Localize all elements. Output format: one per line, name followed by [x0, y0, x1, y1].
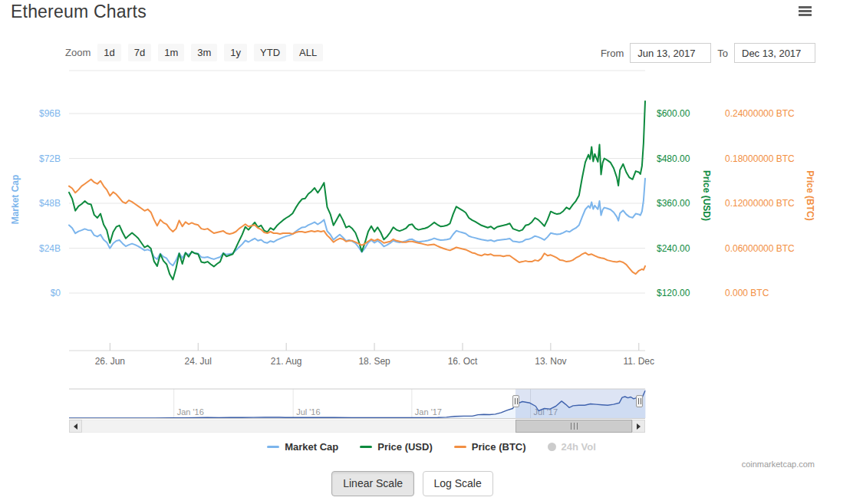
y-axis-title-price-usd: Price (USD) [701, 170, 712, 221]
y-axis-label-btc: 0.12000000 BTC [725, 198, 795, 209]
handle-grip [517, 398, 518, 404]
handle-grip [515, 398, 515, 404]
handle-grip [641, 398, 641, 404]
y-axis-label-btc: 0.24000000 BTC [725, 108, 795, 119]
navigator-left-handle[interactable] [512, 395, 519, 407]
linear-scale-button[interactable]: Linear Scale [331, 471, 414, 496]
x-tick-label: 16. Oct [448, 356, 478, 367]
nav-tick-label: Jan '16 [177, 407, 204, 417]
x-tick-label: 18. Sep [358, 356, 390, 367]
y-axis-label-usd: $240.00 [657, 243, 690, 254]
left-arrow-icon [74, 423, 77, 430]
legend-label: 24h Vol [562, 441, 596, 453]
watermark: coinmarketcap.com [742, 460, 815, 469]
y-axis-title-price-btc: Price (BTC) [805, 170, 815, 220]
legend-item-price-btc-[interactable]: Price (BTC) [454, 441, 526, 453]
y-axis-label-usd: $120.00 [657, 288, 690, 298]
navigator-right-handle[interactable] [636, 395, 643, 407]
y-axis-title-market-cap: Market Cap [10, 175, 21, 225]
scrollbar-left-arrow[interactable] [69, 420, 82, 433]
right-arrow-icon [637, 423, 641, 430]
y-axis-label-usd: $360.00 [657, 198, 690, 209]
legend-item-market-cap[interactable]: Market Cap [267, 441, 338, 453]
x-tick-label: 11. Dec [624, 356, 654, 367]
y-axis-label-mc: $0 [51, 288, 61, 298]
series-price-usd- [69, 101, 645, 280]
scale-toggle-row: Linear Scale Log Scale [0, 471, 825, 496]
legend-marker [360, 446, 372, 448]
thumb-grip [574, 423, 575, 430]
y-axis-label-mc: $48B [39, 198, 61, 209]
scrollbar-thumb[interactable] [515, 420, 632, 433]
x-tick-label: 24. Jul [185, 356, 212, 367]
legend-label: Price (USD) [377, 441, 433, 453]
handle-grip [638, 398, 639, 404]
legend-label: Price (BTC) [472, 441, 526, 453]
y-axis-label-mc: $24B [39, 243, 61, 254]
series-price-btc- [69, 180, 645, 274]
y-axis-label-btc: 0.18000000 BTC [725, 153, 795, 164]
nav-selected-range [515, 389, 645, 418]
ethereum-charts-page: Ethereum Charts Zoom 1d7d1m3m1yYTDALL Fr… [0, 0, 863, 504]
nav-tick-label: Jul '16 [296, 407, 320, 417]
chart-legend: Market CapPrice (USD)Price (BTC)24h Vol [0, 441, 863, 453]
thumb-grip [577, 423, 578, 430]
y-axis-label-usd: $480.00 [657, 153, 690, 164]
legend-marker [267, 446, 279, 448]
x-tick-label: 21. Aug [271, 356, 302, 367]
log-scale-button[interactable]: Log Scale [423, 471, 493, 496]
legend-marker [454, 446, 466, 448]
x-tick-label: 26. Jun [95, 356, 125, 367]
scrollbar-right-arrow[interactable] [632, 420, 645, 433]
x-tick-label: 13. Nov [535, 356, 566, 367]
y-axis-label-usd: $600.00 [657, 108, 690, 119]
y-axis-label-btc: 0.000 BTC [725, 288, 769, 298]
thumb-grip [571, 423, 571, 430]
y-axis-label-mc: $96B [39, 108, 61, 119]
legend-label: Market Cap [285, 441, 338, 453]
nav-tick-label: Jan '17 [415, 407, 442, 417]
legend-marker [548, 443, 556, 451]
legend-item-24h-vol[interactable]: 24h Vol [548, 441, 596, 453]
legend-item-price-usd-[interactable]: Price (USD) [360, 441, 433, 453]
y-axis-label-mc: $72B [39, 153, 61, 164]
y-axis-label-btc: 0.06000000 BTC [725, 243, 795, 254]
